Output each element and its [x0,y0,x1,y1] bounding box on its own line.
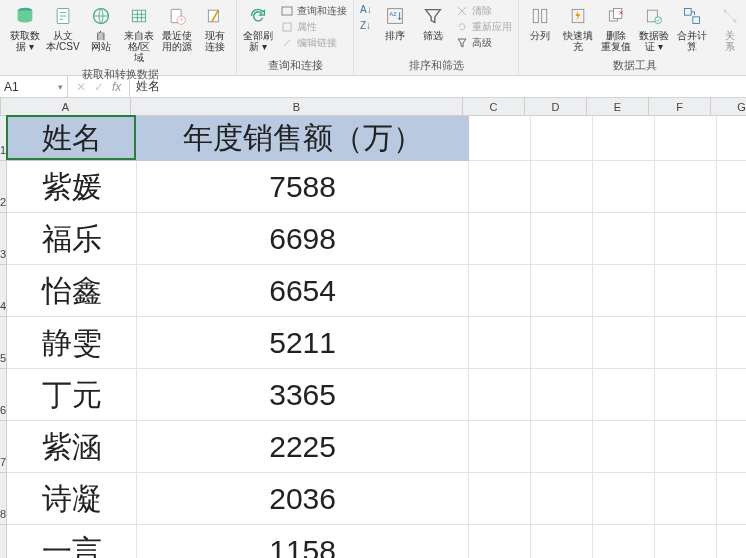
advanced-filter-item[interactable]: 高级 [456,36,512,50]
cell-A[interactable]: 紫涵 [7,421,137,473]
cell-B[interactable]: 5211 [137,317,469,369]
cell-F[interactable] [655,317,717,369]
cell-D[interactable] [531,525,593,558]
cell-G[interactable] [717,525,746,558]
edit-links-item[interactable]: 编辑链接 [281,36,347,50]
column-header-B[interactable]: B [131,98,463,115]
accept-formula-button[interactable]: ✓ [94,80,104,94]
cell-F[interactable] [655,369,717,421]
cell-A[interactable]: 一言 [7,525,137,558]
row-header-x[interactable] [0,525,6,558]
formula-input[interactable]: 姓名 [130,78,746,95]
column-header-G[interactable]: G [711,98,746,115]
header-cell-A[interactable]: 姓名 [7,116,137,161]
cell-G[interactable] [717,265,746,317]
cell-B[interactable]: 7588 [137,161,469,213]
cell-E[interactable] [593,421,655,473]
reapply-item[interactable]: 重新应用 [456,20,512,34]
cell-G[interactable] [717,161,746,213]
cell-C[interactable] [469,265,531,317]
get-data-button[interactable]: 获取数 据 ▾ [8,2,42,54]
cell-C[interactable] [469,473,531,525]
from-csv-button[interactable]: 从文 本/CSV [46,2,80,54]
cell-G[interactable] [717,317,746,369]
cell-E[interactable] [593,317,655,369]
cell-D[interactable] [531,161,593,213]
cell-D[interactable] [531,473,593,525]
column-header-C[interactable]: C [463,98,525,115]
cell-F[interactable] [655,213,717,265]
cell-D[interactable] [531,317,593,369]
cell-D[interactable] [531,369,593,421]
cell-A[interactable]: 怡鑫 [7,265,137,317]
remove-duplicates-button[interactable]: 删除 重复值 [599,2,633,54]
filter-button[interactable]: 筛选 [416,2,450,43]
cell-D[interactable] [531,265,593,317]
cell-C[interactable] [469,317,531,369]
row-header-8[interactable]: 8 [0,473,6,525]
cell-C[interactable] [469,213,531,265]
cell-G[interactable] [717,116,746,161]
cell-E[interactable] [593,265,655,317]
column-header-D[interactable]: D [525,98,587,115]
cell-C[interactable] [469,369,531,421]
cell-E[interactable] [593,213,655,265]
cell-A[interactable]: 诗凝 [7,473,137,525]
text-to-columns-button[interactable]: 分列 [523,2,557,43]
cell-F[interactable] [655,161,717,213]
from-table-button[interactable]: 来自表 格/区域 [122,2,156,65]
cell-A[interactable]: 紫媛 [7,161,137,213]
cell-E[interactable] [593,369,655,421]
cell-E[interactable] [593,525,655,558]
name-box[interactable]: A1 ▾ [0,76,68,97]
queries-connections-item[interactable]: 查询和连接 [281,4,347,18]
cell-G[interactable] [717,213,746,265]
cell-F[interactable] [655,116,717,161]
cell-A[interactable]: 静雯 [7,317,137,369]
row-header-1[interactable]: 1 [0,116,6,161]
cells-area[interactable]: 姓名年度销售额（万）紫媛7588福乐6698怡鑫6654静雯5211丁元3365… [7,116,746,558]
cell-D[interactable] [531,213,593,265]
cell-E[interactable] [593,473,655,525]
sort-asc-button[interactable]: A↓ [360,4,372,16]
from-web-button[interactable]: 自 网站 [84,2,118,54]
existing-connections-button[interactable]: 现有 连接 [198,2,232,54]
cell-B[interactable]: 3365 [137,369,469,421]
recent-sources-button[interactable]: 最近使 用的源 [160,2,194,54]
cell-D[interactable] [531,116,593,161]
fx-button[interactable]: fx [112,80,121,94]
clear-filter-item[interactable]: 清除 [456,4,512,18]
refresh-all-button[interactable]: 全部刷 新 ▾ [241,2,275,54]
cell-F[interactable] [655,473,717,525]
cell-G[interactable] [717,421,746,473]
cell-C[interactable] [469,116,531,161]
row-header-4[interactable]: 4 [0,265,6,317]
row-header-7[interactable]: 7 [0,421,6,473]
sort-button[interactable]: AZ 排序 [378,2,412,43]
cell-F[interactable] [655,265,717,317]
cell-C[interactable] [469,525,531,558]
properties-item[interactable]: 属性 [281,20,347,34]
cell-D[interactable] [531,421,593,473]
column-header-F[interactable]: F [649,98,711,115]
row-header-6[interactable]: 6 [0,369,6,421]
row-header-3[interactable]: 3 [0,213,6,265]
sort-desc-button[interactable]: Z↓ [360,20,372,32]
row-header-2[interactable]: 2 [0,161,6,213]
cell-G[interactable] [717,369,746,421]
row-header-5[interactable]: 5 [0,317,6,369]
cell-B[interactable]: 1158 [137,525,469,558]
consolidate-button[interactable]: 合并计算 [675,2,709,54]
cancel-formula-button[interactable]: ✕ [76,80,86,94]
header-cell-B[interactable]: 年度销售额（万） [137,116,469,161]
cell-G[interactable] [717,473,746,525]
cell-F[interactable] [655,421,717,473]
cell-F[interactable] [655,525,717,558]
column-header-A[interactable]: A [1,98,131,115]
cell-B[interactable]: 6654 [137,265,469,317]
cell-C[interactable] [469,161,531,213]
cell-B[interactable]: 2225 [137,421,469,473]
cell-B[interactable]: 2036 [137,473,469,525]
data-validation-button[interactable]: 数据验 证 ▾ [637,2,671,54]
cell-B[interactable]: 6698 [137,213,469,265]
